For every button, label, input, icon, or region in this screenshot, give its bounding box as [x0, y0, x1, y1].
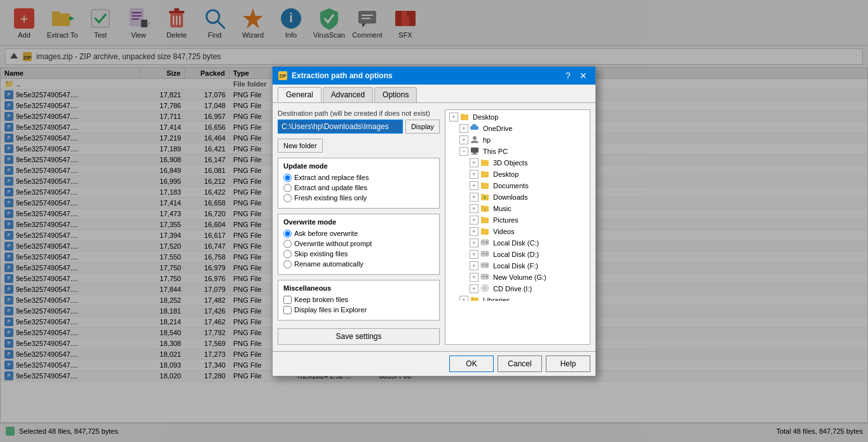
tree-expander[interactable]: − — [459, 147, 468, 156]
display-explorer-checkbox[interactable] — [283, 306, 292, 314]
overwrite-ask-radio[interactable] — [283, 230, 292, 238]
tree-item[interactable]: +Downloads — [447, 191, 588, 203]
svg-rect-69 — [482, 265, 485, 265]
tree-expander[interactable]: + — [459, 296, 468, 301]
help-button[interactable]: Help — [546, 356, 590, 372]
tree-expander[interactable]: + — [470, 273, 478, 282]
tree-item[interactable]: +Desktop — [447, 111, 588, 123]
directory-tree[interactable]: +Desktop+OneDrive+hp−This PC+3D Objects+… — [445, 110, 590, 301]
overwrite-rename-label: Rename automatically — [294, 260, 363, 268]
tree-item[interactable]: +Videos — [447, 226, 588, 237]
svg-rect-47 — [481, 171, 484, 172]
extraction-dialog: ZIP Extraction path and options ? ✕ Gene… — [272, 66, 596, 376]
cloud-icon — [470, 123, 479, 134]
tree-item-label: Desktop — [493, 170, 519, 178]
tab-general[interactable]: General — [278, 87, 322, 102]
tree-expander[interactable]: + — [470, 227, 478, 236]
tree-expander[interactable]: + — [470, 158, 478, 167]
tree-item[interactable]: +Local Disk (F:) — [447, 260, 588, 272]
folder-icon — [470, 295, 479, 301]
cd-icon — [480, 284, 489, 294]
new-folder-button[interactable]: New folder — [278, 139, 323, 153]
misc-title: Miscellaneous — [283, 284, 434, 292]
tree-item[interactable]: +♪Music — [447, 203, 588, 214]
tree-item[interactable]: +Local Disk (D:) — [447, 249, 588, 260]
tree-item-label: Desktop — [473, 113, 498, 121]
tree-item-label: Videos — [493, 228, 514, 235]
svg-rect-46 — [481, 172, 489, 177]
tree-expander[interactable]: + — [459, 135, 468, 144]
folder-icon — [480, 215, 489, 225]
dialog-controls: ? ✕ — [561, 70, 590, 81]
keep-broken-checkbox[interactable] — [283, 296, 292, 304]
update-fresh-label: Fresh existing files only — [294, 194, 367, 202]
tree-item-label: This PC — [483, 148, 508, 155]
tree-expander[interactable]: + — [470, 261, 478, 270]
overwrite-ask-row: Ask before overwrite — [283, 230, 434, 238]
tree-item[interactable]: −This PC — [447, 146, 588, 157]
svg-rect-45 — [481, 160, 484, 161]
hd-icon — [480, 238, 489, 248]
tree-expander[interactable]: + — [449, 113, 458, 121]
svg-point-65 — [486, 252, 488, 254]
tree-item-label: Pictures — [493, 216, 519, 224]
tree-expander[interactable]: + — [470, 238, 478, 247]
cancel-button[interactable]: Cancel — [498, 356, 542, 372]
tree-item[interactable]: +3D Objects — [447, 157, 588, 169]
misc-section: Miscellaneous Keep broken files Display … — [278, 280, 440, 321]
tree-expander[interactable]: + — [459, 124, 468, 133]
update-fresh-radio[interactable] — [283, 194, 292, 202]
update-update-radio[interactable] — [283, 184, 292, 192]
tree-expander[interactable]: + — [470, 216, 478, 224]
overwrite-noprompt-label: Overwrite without prompt — [294, 240, 372, 247]
display-explorer-row: Display files in Explorer — [283, 306, 434, 314]
svg-rect-72 — [482, 276, 485, 277]
svg-rect-60 — [481, 228, 484, 230]
svg-rect-48 — [481, 183, 489, 189]
tree-item[interactable]: +hp — [447, 134, 588, 146]
tree-expander[interactable]: + — [470, 181, 478, 190]
folder-icon — [480, 181, 489, 191]
tree-item[interactable]: +Pictures — [447, 214, 588, 226]
hd-icon — [480, 261, 489, 271]
keep-broken-row: Keep broken files — [283, 296, 434, 304]
dialog-overlay: ZIP Extraction path and options ? ✕ Gene… — [0, 0, 868, 442]
overwrite-skip-label: Skip existing files — [294, 250, 348, 258]
update-replace-radio[interactable] — [283, 174, 292, 182]
tree-expander[interactable]: + — [470, 284, 478, 293]
tree-item[interactable]: +Documents — [447, 180, 588, 191]
tree-item[interactable]: +CD Drive (I:) — [447, 283, 588, 294]
tree-item[interactable]: +OneDrive — [447, 123, 588, 134]
svg-rect-51 — [481, 194, 484, 195]
svg-point-74 — [484, 287, 486, 289]
save-settings-button[interactable]: Save settings — [278, 328, 440, 345]
tab-options[interactable]: Options — [374, 87, 417, 102]
tree-item[interactable]: +New Volume (G:) — [447, 272, 588, 283]
destination-path-row: Display — [278, 120, 440, 134]
tree-expander[interactable]: + — [470, 170, 478, 179]
tree-expander[interactable]: + — [470, 193, 478, 202]
tree-item-label: Music — [493, 205, 512, 212]
tree-item[interactable]: +Desktop — [447, 169, 588, 180]
tree-item[interactable]: +Libraries — [447, 294, 588, 301]
tree-expander[interactable]: + — [470, 250, 478, 259]
overwrite-noprompt-radio[interactable] — [283, 240, 292, 248]
dialog-titlebar-left: ZIP Extraction path and options — [278, 71, 393, 81]
ok-button[interactable]: OK — [449, 356, 494, 372]
update-mode-fresh-row: Fresh existing files only — [283, 194, 434, 202]
tree-item[interactable]: +Local Disk (C:) — [447, 237, 588, 249]
svg-rect-57 — [481, 218, 489, 223]
dialog-right-panel: +Desktop+OneDrive+hp−This PC+3D Objects+… — [445, 109, 590, 345]
destination-input[interactable] — [278, 120, 403, 134]
tree-item-label: Libraries — [483, 296, 510, 301]
tab-advanced[interactable]: Advanced — [323, 87, 373, 102]
overwrite-rename-radio[interactable] — [283, 260, 292, 268]
update-mode-title: Update mode — [283, 162, 434, 170]
tree-expander[interactable]: + — [470, 204, 478, 213]
dialog-help-btn[interactable]: ? — [561, 70, 575, 81]
svg-rect-76 — [471, 297, 474, 298]
overwrite-skip-radio[interactable] — [283, 250, 292, 258]
dialog-close-btn[interactable]: ✕ — [576, 70, 590, 81]
display-button[interactable]: Display — [405, 120, 440, 134]
dialog-left-panel: Destination path (will be created if doe… — [278, 109, 440, 345]
